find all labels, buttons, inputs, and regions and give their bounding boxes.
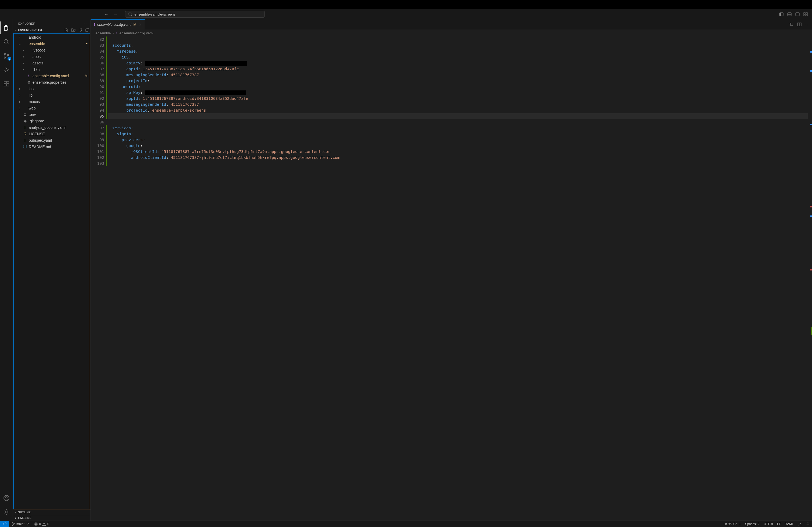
- tree-item-label: LICENSE: [29, 132, 45, 136]
- split-editor-icon[interactable]: [797, 22, 801, 27]
- new-folder-icon[interactable]: [71, 28, 75, 32]
- minimap[interactable]: [808, 36, 812, 521]
- activity-accounts[interactable]: [0, 492, 13, 505]
- file-type-icon: !: [27, 74, 31, 78]
- close-icon[interactable]: ✕: [139, 22, 142, 27]
- activity-source-control[interactable]: 1: [0, 49, 13, 62]
- status-notifications[interactable]: [804, 522, 812, 526]
- bell-icon: [806, 522, 810, 526]
- extensions-icon: [3, 80, 10, 87]
- feedback-icon: [798, 522, 802, 526]
- activity-run-debug[interactable]: [0, 63, 13, 76]
- activity-search[interactable]: [0, 35, 13, 48]
- status-problems[interactable]: 0 0: [32, 522, 51, 526]
- tree-item-label: macos: [29, 100, 40, 104]
- svg-rect-6: [796, 13, 799, 16]
- activity-explorer[interactable]: [0, 21, 13, 34]
- outline-section[interactable]: › OUTLINE: [13, 509, 90, 515]
- chevron-icon: ›: [22, 67, 25, 72]
- breadcrumb-seg1[interactable]: ensemble: [96, 31, 111, 35]
- folder-apps[interactable]: ›apps: [14, 54, 90, 60]
- folder-lib[interactable]: ›lib: [14, 92, 90, 99]
- svg-rect-3: [780, 13, 781, 16]
- svg-rect-4: [787, 13, 791, 16]
- chevron-icon: ›: [22, 55, 25, 59]
- nav-forward-button[interactable]: →: [113, 12, 118, 17]
- folder-assets[interactable]: ›assets: [14, 60, 90, 66]
- status-language[interactable]: YAML: [783, 522, 796, 526]
- file-tree[interactable]: ›android⌄ensemble•›.vscode›apps›assets›i…: [13, 33, 90, 509]
- nav-back-button[interactable]: ←: [104, 12, 108, 17]
- chevron-icon: ⌄: [18, 42, 21, 46]
- chevron-icon: ›: [18, 100, 21, 104]
- folder-ensemble[interactable]: ⌄ensemble•: [14, 41, 90, 47]
- status-error-count: 0: [39, 522, 41, 526]
- explorer-more-icon[interactable]: ···: [84, 22, 87, 25]
- file-ensemble-properties[interactable]: ⚙ensemble.properties: [14, 79, 90, 86]
- status-encoding[interactable]: UTF-8: [762, 522, 775, 526]
- search-icon: [128, 12, 132, 16]
- folder-web[interactable]: ›web: [14, 105, 90, 111]
- explorer-folder-name[interactable]: ENSEMBLE-SAM...: [18, 28, 44, 32]
- status-cursor[interactable]: Ln 95, Col 1: [721, 522, 743, 526]
- status-branch[interactable]: main*: [9, 522, 32, 526]
- file--gitignore[interactable]: ◆.gitignore: [14, 118, 90, 124]
- activity-settings[interactable]: [0, 506, 13, 518]
- file--env[interactable]: ⚙.env: [14, 111, 90, 118]
- sync-icon[interactable]: [26, 522, 30, 526]
- command-center[interactable]: ensemble-sample-screens: [125, 11, 265, 18]
- tree-item-label: .gitignore: [29, 119, 44, 123]
- folder-ios[interactable]: ›ios: [14, 86, 90, 92]
- file-pubspec-yaml[interactable]: !pubspec.yaml: [14, 137, 90, 144]
- tree-item-label: ios: [29, 87, 33, 91]
- svg-rect-11: [806, 15, 808, 16]
- status-eol[interactable]: LF: [775, 522, 783, 526]
- code-content[interactable]: accounts: firebase: iOS: apiKey: appId: …: [107, 36, 808, 521]
- folder-i18n[interactable]: ›i18n: [14, 66, 90, 73]
- file-license[interactable]: ℛLICENSE: [14, 131, 90, 137]
- toggle-panel-icon[interactable]: [787, 12, 792, 16]
- git-branch-icon: [11, 522, 15, 526]
- toggle-secondary-sidebar-icon[interactable]: [795, 12, 800, 16]
- folder-macos[interactable]: ›macos: [14, 99, 90, 105]
- folder-android[interactable]: ›android: [14, 34, 90, 41]
- svg-rect-10: [804, 15, 805, 16]
- file-analysis-options-yaml[interactable]: !analysis_options.yaml: [14, 124, 90, 131]
- new-file-icon[interactable]: [64, 28, 69, 32]
- explorer-sidebar: EXPLORER ··· ⌄ ENSEMBLE-SAM... ›android⌄…: [13, 19, 91, 521]
- more-actions-icon[interactable]: ···: [805, 22, 808, 27]
- tree-item-label: assets: [32, 61, 43, 65]
- status-indent[interactable]: Spaces: 2: [743, 522, 762, 526]
- collapse-all-icon[interactable]: [85, 28, 89, 32]
- remote-indicator[interactable]: [0, 521, 9, 527]
- breadcrumb-seg2[interactable]: ensemble-config.yaml: [119, 31, 153, 35]
- svg-rect-18: [4, 81, 6, 84]
- timeline-section[interactable]: › TIMELINE: [13, 515, 90, 521]
- svg-rect-19: [4, 84, 6, 86]
- toggle-primary-sidebar-icon[interactable]: [779, 12, 784, 16]
- activity-bar: 1: [0, 19, 13, 521]
- timeline-label: TIMELINE: [18, 516, 31, 520]
- customize-layout-icon[interactable]: [803, 12, 808, 16]
- editor[interactable]: 8283848586878889909192939495969798991001…: [91, 36, 812, 521]
- activity-extensions[interactable]: [0, 77, 13, 90]
- breadcrumb[interactable]: ensemble › ! ensemble-config.yaml: [91, 30, 812, 36]
- file-ensemble-config-yaml[interactable]: !ensemble-config.yamlM: [14, 73, 90, 79]
- account-icon: [3, 495, 10, 501]
- yaml-file-icon: !: [116, 31, 117, 35]
- tree-item-label: .vscode: [32, 48, 45, 52]
- tree-item-label: apps: [32, 55, 41, 59]
- status-feedback[interactable]: [796, 522, 804, 526]
- yaml-file-icon: !: [94, 22, 95, 27]
- folder--vscode[interactable]: ›.vscode: [14, 47, 90, 54]
- editor-tabs: ! ensemble-config.yaml M ✕ ···: [91, 19, 812, 30]
- search-icon: [3, 39, 10, 45]
- file-readme-md[interactable]: ⓘREADME.md: [14, 144, 90, 150]
- tree-item-label: ensemble.properties: [32, 80, 67, 85]
- status-warning-count: 0: [47, 522, 49, 526]
- tab-ensemble-config[interactable]: ! ensemble-config.yaml M ✕: [91, 19, 145, 30]
- compare-changes-icon[interactable]: [789, 22, 794, 27]
- refresh-icon[interactable]: [78, 28, 83, 32]
- gear-icon: [3, 509, 10, 515]
- chevron-icon: ›: [22, 48, 25, 52]
